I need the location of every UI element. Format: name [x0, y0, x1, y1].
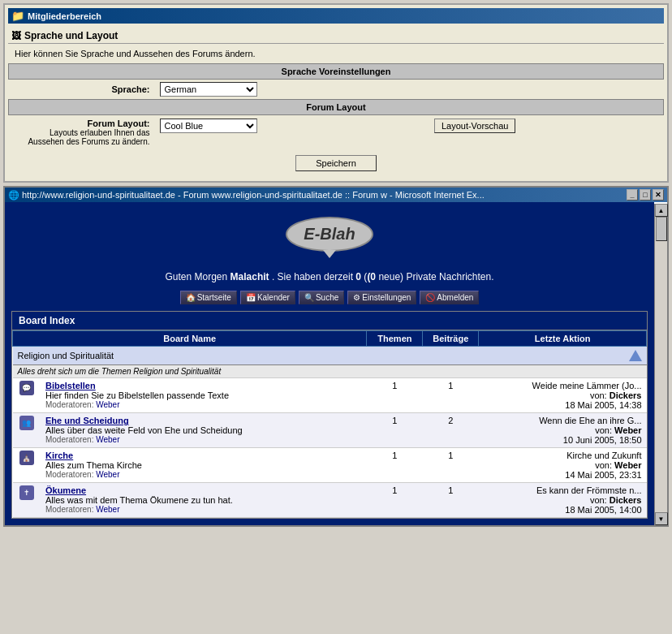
forum-mods: Moderatoren: Weber: [45, 470, 362, 479]
greeting-bar: Guten Morgen Malachit . Sie haben derzei…: [11, 260, 648, 287]
last-date: 14 Mai 2005, 23:31: [484, 470, 642, 480]
forum-name[interactable]: Kirche: [45, 451, 362, 460]
browser-window: 🌐 http://www.religion-und-spiritualitaet…: [3, 186, 669, 527]
th-letzte-aktion: Letzte Aktion: [479, 331, 647, 347]
last-von: von: Dickers: [484, 390, 642, 400]
nav-startseite-label: Startseite: [197, 293, 231, 302]
forum-icon: 💬: [19, 381, 34, 395]
new-count: (0: [367, 271, 376, 282]
preview-button[interactable]: Layout-Vorschau: [434, 119, 516, 133]
scroll-thumb[interactable]: [656, 217, 667, 241]
forum-last-action: Es kann der Frömmste n... von: Dickers 1…: [479, 483, 647, 518]
forum-name-cell: Ökumene Alles was mit dem Thema Ökumene …: [41, 483, 367, 518]
sprache-select[interactable]: German: [160, 82, 257, 97]
scroll-track: [655, 217, 667, 512]
forum-themen: 1: [367, 448, 423, 483]
minimize-button[interactable]: _: [627, 189, 638, 201]
last-date: 18 Mai 2005, 14:38: [484, 400, 642, 410]
folder-icon: 📁: [11, 10, 24, 22]
browser-scrollbar: ▲ ▼: [654, 204, 667, 525]
sub-category-row-1: Alles dreht sich um die Themen Religion …: [13, 365, 647, 378]
nav-kalender[interactable]: 📅Kalender: [240, 291, 295, 304]
forum-beitraege: 1: [423, 448, 479, 483]
greeting-mid: . Sie haben derzeit: [272, 271, 353, 282]
save-button[interactable]: Speichern: [295, 155, 377, 171]
category-row-1: Religion und Spiritualität: [13, 347, 647, 365]
last-topic: Kirche und Zukunft: [484, 451, 642, 460]
new-label: neue: [378, 271, 400, 282]
forum-desc: Alles was mit dem Thema Ökumene zu tun h…: [45, 495, 362, 505]
forum-beitraege: 2: [423, 413, 479, 448]
forum-name[interactable]: Ehe und Scheidung: [45, 416, 362, 425]
forum-name[interactable]: Bibelstellen: [45, 381, 362, 390]
board-index: Board Index Board Name Themen Beiträge L…: [11, 311, 648, 519]
nav-suche[interactable]: 🔍Suche: [299, 291, 344, 304]
logo-bubble: E-Blah: [286, 217, 373, 252]
sprache-header: Sprache Voreinstellungen: [9, 64, 664, 80]
forum-mods: Moderatoren: Weber: [45, 400, 362, 409]
logo-text: E-Blah: [304, 225, 355, 243]
section-desc: Hier können Sie Sprache und Aussehen des…: [8, 47, 664, 63]
last-von: von: Weber: [484, 460, 642, 470]
forum-icon: ✝: [19, 485, 34, 500]
forum-name-cell: Ehe und Scheidung Alles über das weite F…: [41, 413, 367, 448]
nav-startseite[interactable]: 🏠Startseite: [180, 291, 237, 304]
layout-select[interactable]: Cool BlueDefaultClassic: [160, 119, 257, 133]
nav-abmelden-label: Abmelden: [437, 293, 473, 302]
category-icon-cell: [479, 347, 647, 365]
board-index-title: Board Index: [12, 312, 647, 330]
forum-beitraege: 1: [423, 378, 479, 413]
greeting-text: Guten Morgen: [166, 271, 228, 282]
close-button[interactable]: ✕: [653, 189, 664, 201]
forum-desc: Alles über das weite Feld von Ehe und Sc…: [45, 425, 362, 435]
last-von: von: Dickers: [484, 495, 642, 505]
last-date: 18 Mai 2005, 14:00: [484, 505, 642, 515]
titlebar-left: 🌐 http://www.religion-und-spiritualitaet…: [8, 190, 485, 201]
forum-mod-name: Weber: [96, 400, 119, 409]
scroll-down-button[interactable]: ▼: [655, 512, 668, 525]
last-von: von: Weber: [484, 425, 642, 435]
forum-mods: Moderatoren: Weber: [45, 505, 362, 514]
nav-einstellungen[interactable]: ⚙Einstellungen: [347, 291, 416, 304]
forum-icon: ⛪: [19, 451, 34, 465]
th-board-name: Board Name: [13, 331, 367, 347]
save-row: Speichern: [8, 149, 664, 178]
forum-icon-cell: ⛪: [13, 448, 41, 483]
last-date: 10 Juni 2005, 18:50: [484, 435, 642, 445]
last-topic: Weide meine Lämmer (Jo...: [484, 381, 642, 390]
forum-name-cell: Kirche Alles zum Thema Kirche Moderatore…: [41, 448, 367, 483]
table-row: ✝ Ökumene Alles was mit dem Thema Ökumen…: [13, 483, 647, 518]
browser-titlebar: 🌐 http://www.religion-und-spiritualitaet…: [5, 188, 667, 202]
sub-category-name: Alles dreht sich um die Themen Religion …: [13, 365, 647, 378]
forum-name[interactable]: Ökumene: [45, 485, 362, 495]
table-row: 💬 Bibelstellen Hier finden Sie zu Bibels…: [13, 378, 647, 413]
forum-themen: 1: [367, 483, 423, 518]
forum-last-action: Kirche und Zukunft von: Weber 14 Mai 200…: [479, 448, 647, 483]
forum-name-cell: Bibelstellen Hier finden Sie zu Bibelste…: [41, 378, 367, 413]
scroll-up-button[interactable]: ▲: [655, 204, 668, 217]
nav-abmelden[interactable]: 🚫Abmelden: [420, 291, 479, 304]
priv-msg-label: Private Nachrichten.: [406, 271, 493, 282]
nav-kalender-label: Kalender: [257, 293, 290, 302]
layout-label: Forum Layout:: [88, 119, 150, 128]
section-icon: 🖼: [11, 30, 21, 41]
layout-header: Forum Layout: [9, 100, 664, 115]
forum-mod-name: Weber: [96, 470, 119, 479]
maximize-button[interactable]: □: [640, 189, 651, 201]
table-row: 👥 Ehe und Scheidung Alles über das weite…: [13, 413, 647, 448]
forum-last-action: Weide meine Lämmer (Jo... von: Dickers 1…: [479, 378, 647, 413]
forum-icon-cell: 💬: [13, 378, 41, 413]
sprache-label: Sprache:: [9, 80, 155, 100]
browser-controls: _ □ ✕: [627, 189, 664, 201]
forum-mods: Moderatoren: Weber: [45, 435, 362, 444]
forum-icon-cell: 👥: [13, 413, 41, 448]
th-themen: Themen: [367, 331, 423, 347]
message-count: 0: [355, 271, 361, 282]
section-title: 🖼 Sprache und Layout: [8, 28, 664, 44]
last-topic: Wenn die Ehe an ihre G...: [484, 416, 642, 425]
last-topic: Es kann der Frömmste n...: [484, 485, 642, 495]
nav-einstellungen-label: Einstellungen: [362, 293, 411, 302]
forum-beitraege: 1: [423, 483, 479, 518]
browser-title: http://www.religion-und-spiritualitaet.d…: [22, 190, 485, 200]
forum-logo: E-Blah: [11, 209, 648, 260]
